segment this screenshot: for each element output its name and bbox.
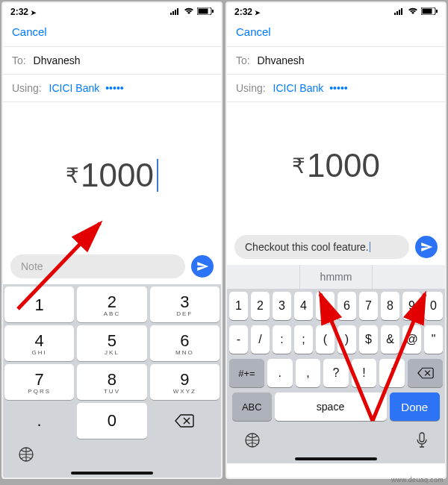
svg-rect-10 xyxy=(396,11,398,15)
using-row[interactable]: Using: ICICI Bank ••••• xyxy=(227,75,445,102)
home-indicator[interactable] xyxy=(295,457,377,460)
status-right xyxy=(170,7,214,17)
battery-icon xyxy=(197,7,214,17)
key-done[interactable]: Done xyxy=(390,392,441,421)
key-char[interactable]: 3 xyxy=(273,292,291,320)
amount-display[interactable]: ₹1000 xyxy=(3,102,221,248)
key-backspace[interactable] xyxy=(150,403,220,439)
to-value: Dhvanesh xyxy=(34,54,81,66)
send-icon xyxy=(196,260,209,273)
using-bank: ICICI Bank xyxy=(273,82,324,94)
key-dot[interactable]: . xyxy=(4,403,74,439)
key-punct[interactable]: ' xyxy=(379,359,405,387)
key-char[interactable]: 6 xyxy=(337,292,356,320)
key-char[interactable]: @ xyxy=(402,325,421,354)
send-icon xyxy=(420,240,433,254)
key-1[interactable]: 1 xyxy=(4,287,74,322)
key-char[interactable]: / xyxy=(251,325,270,354)
location-icon: ➤ xyxy=(255,9,261,16)
suggestion-item[interactable]: hmmm xyxy=(300,265,373,289)
using-masked: ••••• xyxy=(105,82,124,94)
to-row[interactable]: To: Dhvanesh xyxy=(3,47,221,75)
cancel-button[interactable]: Cancel xyxy=(236,25,271,38)
key-space[interactable]: space xyxy=(275,392,387,421)
key-char[interactable]: $ xyxy=(359,325,378,354)
key-char[interactable]: 1 xyxy=(229,292,248,320)
backspace-icon xyxy=(175,414,194,428)
status-right xyxy=(394,7,438,17)
key-punct[interactable]: ! xyxy=(352,359,377,387)
note-row xyxy=(3,248,221,284)
key-char[interactable]: 5 xyxy=(316,292,335,320)
suggestion-item[interactable] xyxy=(373,265,445,289)
using-label: Using: xyxy=(12,82,42,94)
right-phone-screen: 2:32 ➤ Cancel To: Dhvanesh Using: ICICI … xyxy=(225,1,447,479)
send-button[interactable] xyxy=(415,236,438,258)
location-icon: ➤ xyxy=(31,9,37,16)
key-punct[interactable]: , xyxy=(296,359,321,387)
to-label: To: xyxy=(12,54,26,66)
key-0[interactable]: 0 xyxy=(77,403,146,439)
using-row[interactable]: Using: ICICI Bank ••••• xyxy=(3,75,221,102)
key-6[interactable]: 6MNO xyxy=(150,325,220,361)
key-abc[interactable]: ABC xyxy=(232,392,272,421)
status-bar: 2:32 ➤ xyxy=(3,3,221,21)
watermark: www.deuaq.com xyxy=(391,476,444,484)
mic-icon[interactable] xyxy=(416,432,428,451)
key-8[interactable]: 8TUV xyxy=(77,364,146,400)
send-button[interactable] xyxy=(191,255,214,278)
svg-rect-15 xyxy=(436,10,438,13)
key-char[interactable]: : xyxy=(273,325,291,354)
signal-icon xyxy=(394,7,405,17)
key-char[interactable]: & xyxy=(381,325,399,354)
status-time: 2:32 xyxy=(10,7,28,17)
home-indicator[interactable] xyxy=(71,472,153,475)
svg-rect-9 xyxy=(394,13,396,15)
amount-value: 1000 xyxy=(81,157,154,194)
svg-rect-17 xyxy=(420,433,424,442)
using-masked: ••••• xyxy=(329,82,348,94)
key-9[interactable]: 9WXYZ xyxy=(150,364,220,400)
svg-rect-14 xyxy=(423,9,432,14)
amount-display[interactable]: ₹1000 xyxy=(227,102,445,229)
key-char[interactable]: 0 xyxy=(424,292,443,320)
key-char[interactable]: ( xyxy=(316,325,335,354)
backspace-icon xyxy=(417,367,434,379)
globe-icon[interactable] xyxy=(18,446,34,466)
text-keyboard: 1234567890 -/:;()$&@" #+= . , ? ! ' ABC … xyxy=(227,289,445,463)
note-input[interactable] xyxy=(10,254,185,278)
to-label: To: xyxy=(236,54,250,66)
key-char[interactable]: ) xyxy=(337,325,356,354)
key-punct[interactable]: ? xyxy=(323,359,349,387)
key-char[interactable]: 9 xyxy=(402,292,421,320)
key-3[interactable]: 3DEF xyxy=(150,287,220,322)
key-char[interactable]: - xyxy=(229,325,248,354)
key-backspace[interactable] xyxy=(408,359,443,387)
key-4[interactable]: 4GHI xyxy=(4,325,74,361)
svg-rect-1 xyxy=(172,11,174,15)
key-punct[interactable]: . xyxy=(267,359,293,387)
key-7[interactable]: 7PQRS xyxy=(4,364,74,400)
key-symbols[interactable]: #+= xyxy=(229,359,264,387)
key-2[interactable]: 2ABC xyxy=(77,287,146,322)
key-char[interactable]: 2 xyxy=(251,292,270,320)
globe-icon[interactable] xyxy=(244,432,261,451)
key-char[interactable]: " xyxy=(424,325,443,354)
key-5[interactable]: 5JKL xyxy=(77,325,146,361)
suggestion-bar: hmmm xyxy=(227,265,445,289)
note-input[interactable]: Checkout this cool feature. xyxy=(234,235,409,259)
text-cursor xyxy=(157,159,158,192)
to-value: Dhvanesh xyxy=(258,54,305,66)
key-char[interactable]: 8 xyxy=(381,292,399,320)
currency-symbol: ₹ xyxy=(66,163,79,188)
key-char[interactable]: 4 xyxy=(294,292,313,320)
svg-rect-12 xyxy=(401,8,402,15)
to-row[interactable]: To: Dhvanesh xyxy=(227,47,445,75)
suggestion-item[interactable] xyxy=(227,265,300,289)
cancel-button[interactable]: Cancel xyxy=(12,25,47,38)
key-char[interactable]: 7 xyxy=(359,292,378,320)
using-bank: ICICI Bank xyxy=(49,82,100,94)
note-value: Checkout this cool feature. xyxy=(245,241,369,253)
using-label: Using: xyxy=(236,82,266,94)
key-char[interactable]: ; xyxy=(294,325,313,354)
